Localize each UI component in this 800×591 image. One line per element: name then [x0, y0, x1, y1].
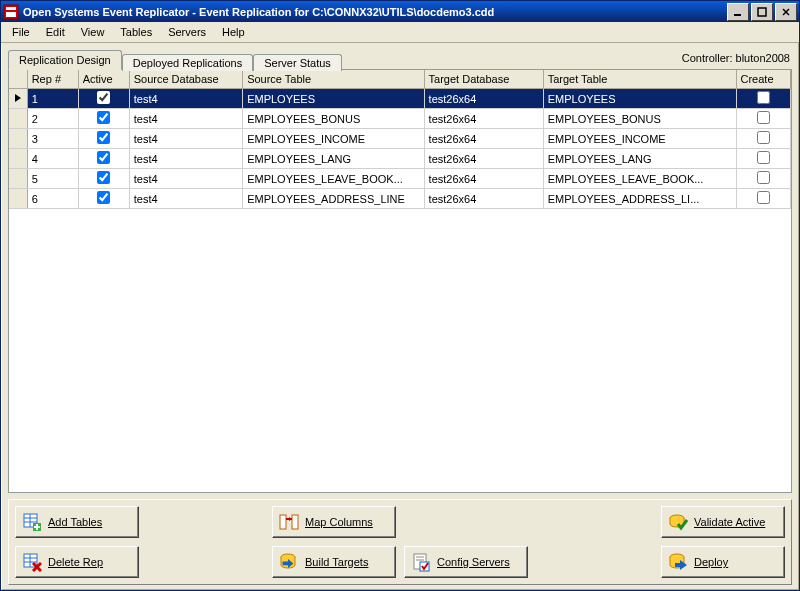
minimize-button[interactable]: [727, 3, 749, 21]
cell-active: [78, 169, 129, 189]
create-checkbox[interactable]: [757, 191, 770, 204]
cell-rep: 1: [27, 89, 78, 109]
create-checkbox[interactable]: [757, 131, 770, 144]
menu-tables[interactable]: Tables: [113, 24, 159, 40]
cell-tgtdb: test26x64: [424, 189, 543, 209]
table-row[interactable]: 2test4EMPLOYEES_BONUStest26x64EMPLOYEES_…: [9, 109, 791, 129]
window-buttons: [727, 3, 797, 21]
menu-edit[interactable]: Edit: [39, 24, 72, 40]
titlebar: Open Systems Event Replicator - Event Re…: [1, 1, 799, 22]
col-tgttab[interactable]: Target Table: [543, 70, 736, 89]
cell-tgttab: EMPLOYEES_LANG: [543, 149, 736, 169]
row-indicator: [9, 129, 27, 149]
row-indicator: [9, 149, 27, 169]
cell-rep: 6: [27, 189, 78, 209]
cell-rep: 4: [27, 149, 78, 169]
col-rowselector[interactable]: [9, 70, 27, 89]
table-row[interactable]: 6test4EMPLOYEES_ADDRESS_LINEtest26x64EMP…: [9, 189, 791, 209]
controller-label: Controller: bluton2008: [682, 52, 792, 64]
tab-deployed-replications[interactable]: Deployed Replications: [122, 54, 253, 71]
cell-active: [78, 149, 129, 169]
build-targets-icon: [279, 552, 299, 572]
cell-active: [78, 189, 129, 209]
deploy-button[interactable]: Deploy: [661, 546, 785, 578]
create-checkbox[interactable]: [757, 91, 770, 104]
cell-srcdb: test4: [129, 189, 242, 209]
cell-tgtdb: test26x64: [424, 89, 543, 109]
create-checkbox[interactable]: [757, 111, 770, 124]
build-targets-label: Build Targets: [305, 556, 368, 568]
tab-panel: Rep # Active Source Database Source Tabl…: [8, 69, 792, 493]
map-columns-button[interactable]: Map Columns: [272, 506, 396, 538]
menubar: File Edit View Tables Servers Help: [1, 22, 799, 43]
create-checkbox[interactable]: [757, 171, 770, 184]
cell-srctab: EMPLOYEES_BONUS: [243, 109, 424, 129]
table-row[interactable]: 4test4EMPLOYEES_LANGtest26x64EMPLOYEES_L…: [9, 149, 791, 169]
table-row[interactable]: 5test4EMPLOYEES_LEAVE_BOOK...test26x64EM…: [9, 169, 791, 189]
col-srctab[interactable]: Source Table: [243, 70, 424, 89]
build-targets-button[interactable]: Build Targets: [272, 546, 396, 578]
tab-server-status[interactable]: Server Status: [253, 54, 342, 71]
cell-create: [736, 109, 791, 129]
cell-create: [736, 149, 791, 169]
tab-replication-design[interactable]: Replication Design: [8, 50, 122, 70]
menu-file[interactable]: File: [5, 24, 37, 40]
cell-srcdb: test4: [129, 149, 242, 169]
cell-tgttab: EMPLOYEES_LEAVE_BOOK...: [543, 169, 736, 189]
col-srcdb[interactable]: Source Database: [129, 70, 242, 89]
close-button[interactable]: [775, 3, 797, 21]
table-add-icon: [22, 512, 42, 532]
cell-tgtdb: test26x64: [424, 129, 543, 149]
config-servers-button[interactable]: Config Servers: [404, 546, 528, 578]
create-checkbox[interactable]: [757, 151, 770, 164]
cell-create: [736, 89, 791, 109]
button-bar: Add Tables Map Columns Validate Active D…: [8, 499, 792, 585]
cell-srctab: EMPLOYEES: [243, 89, 424, 109]
cell-srctab: EMPLOYEES_LEAVE_BOOK...: [243, 169, 424, 189]
cell-create: [736, 129, 791, 149]
active-checkbox[interactable]: [97, 111, 110, 124]
col-rep[interactable]: Rep #: [27, 70, 78, 89]
deploy-label: Deploy: [694, 556, 728, 568]
col-create[interactable]: Create: [736, 70, 791, 89]
active-checkbox[interactable]: [97, 91, 110, 104]
cell-tgttab: EMPLOYEES_ADDRESS_LI...: [543, 189, 736, 209]
svg-rect-2: [6, 12, 16, 17]
active-checkbox[interactable]: [97, 191, 110, 204]
add-tables-button[interactable]: Add Tables: [15, 506, 139, 538]
cell-active: [78, 89, 129, 109]
cell-create: [736, 169, 791, 189]
validate-active-label: Validate Active: [694, 516, 765, 528]
menu-servers[interactable]: Servers: [161, 24, 213, 40]
config-servers-icon: [411, 552, 431, 572]
cell-active: [78, 109, 129, 129]
delete-rep-button[interactable]: Delete Rep: [15, 546, 139, 578]
col-active[interactable]: Active: [78, 70, 129, 89]
grid-scroll[interactable]: Rep # Active Source Database Source Tabl…: [9, 70, 791, 492]
table-row[interactable]: 3test4EMPLOYEES_INCOMEtest26x64EMPLOYEES…: [9, 129, 791, 149]
app-window: Open Systems Event Replicator - Event Re…: [0, 0, 800, 591]
svg-rect-4: [758, 8, 766, 16]
row-indicator: [9, 189, 27, 209]
map-columns-label: Map Columns: [305, 516, 373, 528]
cell-active: [78, 129, 129, 149]
menu-view[interactable]: View: [74, 24, 112, 40]
map-columns-icon: [279, 512, 299, 532]
window-title: Open Systems Event Replicator - Event Re…: [23, 6, 727, 18]
grid-header-row: Rep # Active Source Database Source Tabl…: [9, 70, 791, 89]
row-indicator: [9, 169, 27, 189]
delete-rep-label: Delete Rep: [48, 556, 103, 568]
active-checkbox[interactable]: [97, 151, 110, 164]
deploy-icon: [668, 552, 688, 572]
validate-active-button[interactable]: Validate Active: [661, 506, 785, 538]
maximize-button[interactable]: [751, 3, 773, 21]
cell-tgtdb: test26x64: [424, 149, 543, 169]
svg-rect-1: [6, 7, 16, 10]
active-checkbox[interactable]: [97, 131, 110, 144]
svg-rect-3: [734, 14, 741, 16]
active-checkbox[interactable]: [97, 171, 110, 184]
menu-help[interactable]: Help: [215, 24, 252, 40]
col-tgtdb[interactable]: Target Database: [424, 70, 543, 89]
table-row[interactable]: 1test4EMPLOYEEStest26x64EMPLOYEES: [9, 89, 791, 109]
cell-srctab: EMPLOYEES_ADDRESS_LINE: [243, 189, 424, 209]
